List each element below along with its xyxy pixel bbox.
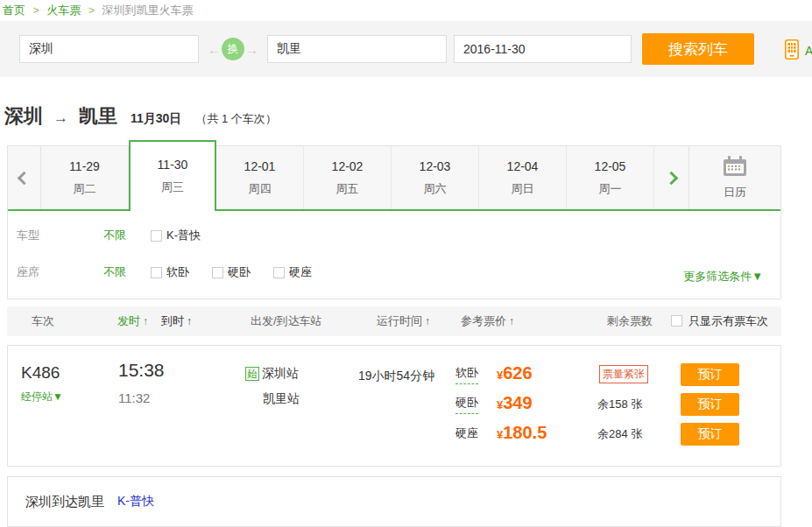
checkbox-icon[interactable] <box>151 230 162 242</box>
breadcrumb-separator: > <box>88 4 95 17</box>
search-panel: ← 换 → 搜索列车 A <box>0 21 812 77</box>
col-stations: 出发/到达车站 <box>251 306 322 336</box>
train-type-option-k[interactable]: K-普快 <box>151 228 201 243</box>
arrive-station: 凯里站 <box>263 391 300 407</box>
option-label: 软卧 <box>166 264 189 280</box>
price-hard-seat: ¥180.5 <box>497 423 547 443</box>
breadcrumb: 首页 > 火车票 > 深圳到凯里火车票 <box>0 0 812 16</box>
train-result-row: K486 经停站▼ 15:38 11:32 始 深圳站 凯里站 19小时54分钟… <box>7 345 781 467</box>
col-arrive-time-sort[interactable]: 到时↑ <box>161 306 192 336</box>
seat-option-hard-sleeper[interactable]: 硬卧 <box>212 264 251 280</box>
swap-icon[interactable]: 换 <box>222 38 244 60</box>
date-tab-12-05[interactable]: 12-05 周一 <box>567 146 654 209</box>
col-duration-label: 运行时间 <box>377 314 422 327</box>
footer-route-box: 深圳到达凯里 K-普快 <box>7 476 781 527</box>
arrive-time: 11:32 <box>118 390 150 405</box>
show-available-checkbox[interactable] <box>671 315 682 327</box>
app-link-text[interactable]: A <box>805 44 812 58</box>
mobile-app-icon[interactable] <box>785 39 799 63</box>
to-city-input[interactable] <box>267 35 447 63</box>
depart-time: 15:38 <box>118 360 165 381</box>
footer-route-text: 深圳到达凯里 <box>25 494 104 510</box>
chevron-left-icon <box>18 171 32 185</box>
seat-type-hard-seat: 硬座 <box>455 425 478 441</box>
sort-asc-icon: ↑ <box>143 315 148 327</box>
footer-train-type-link[interactable]: K-普快 <box>117 494 154 509</box>
from-city-input[interactable] <box>19 35 199 63</box>
col-remaining: 剩余票数 <box>607 306 653 336</box>
col-price-sort[interactable]: 参考票价↑ <box>461 306 514 336</box>
calendar-label: 日历 <box>724 185 746 200</box>
prev-dates-button[interactable] <box>8 146 41 209</box>
breadcrumb-current: 深圳到凯里火车票 <box>102 4 194 17</box>
calendar-picker-button[interactable]: 日历 <box>689 146 780 209</box>
results-table-header: 车次 发时↑ 到时↑ 出发/到达车站 运行时间↑ 参考票价↑ 剩余票数 只显示有… <box>7 306 781 336</box>
tab-weekday: 周六 <box>424 181 447 197</box>
price-soft-sleeper: ¥626 <box>497 363 533 383</box>
option-label: 硬卧 <box>228 264 251 280</box>
sort-asc-icon: ↑ <box>425 315 430 327</box>
tab-date: 12-03 <box>420 159 451 173</box>
col-arrive-label: 到时 <box>161 314 184 327</box>
tab-date: 12-01 <box>244 159 276 173</box>
show-available-label[interactable]: 只显示有票车次 <box>688 306 768 336</box>
tab-date: 11-30 <box>158 158 188 172</box>
tab-weekday: 周四 <box>249 181 272 197</box>
stops-expand-link[interactable]: 经停站▼ <box>21 390 63 404</box>
depart-station-group: 始 深圳站 <box>245 366 299 382</box>
duration: 19小时54分钟 <box>358 369 434 384</box>
tab-date: 12-05 <box>595 159 626 173</box>
tab-date: 12-02 <box>332 159 364 173</box>
breadcrumb-separator: > <box>33 4 39 17</box>
depart-station: 深圳站 <box>262 366 299 382</box>
book-button-soft-sleeper[interactable]: 预订 <box>681 363 739 386</box>
sort-asc-icon: ↑ <box>187 315 192 327</box>
seat-any-link[interactable]: 不限 <box>103 264 151 280</box>
more-filters-link[interactable]: 更多筛选条件▼ <box>683 269 763 285</box>
train-code: K486 <box>21 363 60 383</box>
summary-date: 11月30日 <box>131 111 181 127</box>
seat-type-soft-sleeper[interactable]: 软卧 <box>455 365 478 384</box>
price-hard-sleeper: ¥349 <box>497 393 533 413</box>
summary-from-city: 深圳 <box>4 103 43 130</box>
date-tab-11-30-selected[interactable]: 11-30 周三 <box>129 140 216 211</box>
book-button-hard-seat[interactable]: 预订 <box>681 423 739 446</box>
book-button-hard-sleeper[interactable]: 预订 <box>681 393 739 416</box>
checkbox-icon[interactable] <box>151 267 162 278</box>
sort-asc-icon: ↑ <box>509 315 514 327</box>
date-tab-12-03[interactable]: 12-03 周六 <box>392 146 479 209</box>
next-dates-button[interactable] <box>654 146 689 209</box>
seat-option-hard-seat[interactable]: 硬座 <box>273 264 312 280</box>
tab-weekday: 周一 <box>599 181 622 197</box>
col-price-label: 参考票价 <box>461 314 506 327</box>
col-train-no: 车次 <box>32 306 54 336</box>
remaining-tickets-hard-sleeper: 余158 张 <box>597 397 642 412</box>
checkbox-icon[interactable] <box>212 267 223 278</box>
train-type-any-link[interactable]: 不限 <box>103 228 151 243</box>
seat-type-hard-sleeper[interactable]: 硬卧 <box>455 395 478 414</box>
date-input[interactable] <box>454 35 632 63</box>
col-depart-label: 发时 <box>117 314 140 327</box>
swap-stations-control[interactable]: ← 换 → <box>204 35 262 63</box>
breadcrumb-home-link[interactable]: 首页 <box>3 4 25 17</box>
price-value: 180.5 <box>503 423 547 442</box>
tab-weekday: 周五 <box>336 181 359 197</box>
col-depart-time-sort[interactable]: 发时↑ <box>117 306 148 336</box>
date-tab-12-02[interactable]: 12-02 周五 <box>304 146 392 209</box>
breadcrumb-section-link[interactable]: 火车票 <box>46 4 81 17</box>
seat-option-soft-sleeper[interactable]: 软卧 <box>151 264 189 280</box>
summary-train-count: （共 1 个车次） <box>195 111 276 127</box>
date-tab-12-04[interactable]: 12-04 周日 <box>479 146 567 209</box>
train-type-label: 车型 <box>17 228 103 243</box>
swap-left-arrow-icon: ← <box>208 43 221 56</box>
price-value: 349 <box>503 393 532 412</box>
low-stock-badge: 票量紧张 <box>599 365 648 383</box>
train-type-filter-row: 车型 不限 K-普快 <box>8 223 780 248</box>
swap-right-arrow-icon: → <box>245 43 258 56</box>
option-label: 硬座 <box>289 264 312 280</box>
col-duration-sort[interactable]: 运行时间↑ <box>377 306 430 336</box>
search-trains-button[interactable]: 搜索列车 <box>642 33 754 65</box>
date-tab-11-29[interactable]: 11-29 周二 <box>41 146 129 209</box>
checkbox-icon[interactable] <box>273 267 285 278</box>
date-tab-12-01[interactable]: 12-01 周四 <box>216 146 304 209</box>
